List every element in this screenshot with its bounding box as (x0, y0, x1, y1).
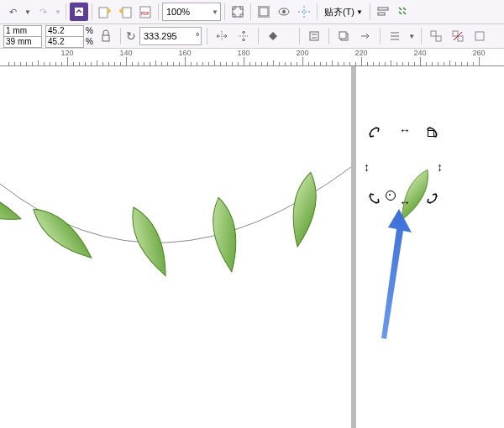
pdf-button[interactable]: PDF (136, 3, 155, 21)
snap-label: 贴齐(T) (324, 6, 354, 18)
rotation-combo[interactable]: ° (139, 27, 202, 45)
options-button[interactable] (374, 3, 392, 21)
svg-rect-12 (378, 8, 388, 10)
export-button[interactable] (116, 3, 134, 21)
height-input[interactable] (3, 36, 42, 48)
svg-rect-13 (378, 13, 385, 15)
rotation-pivot[interactable] (386, 191, 396, 201)
canvas[interactable]: ↔ ↔ ↕ ↕ (0, 66, 504, 428)
rotation-handle[interactable] (424, 191, 439, 206)
to-front-button[interactable] (334, 27, 353, 45)
separator (120, 28, 121, 44)
svg-rect-5 (233, 7, 243, 17)
ruler-label: 240 (413, 49, 426, 57)
redo-button[interactable]: ↷ (34, 3, 52, 21)
height-row (3, 37, 42, 47)
lock-ratio-button[interactable] (97, 27, 115, 45)
scale-y-input[interactable] (45, 36, 84, 48)
separator (317, 3, 318, 20)
svg-rect-25 (431, 31, 436, 36)
percent-label: % (86, 37, 93, 46)
dropdown-icon: ▼ (210, 8, 218, 16)
svg-rect-0 (75, 8, 83, 16)
separator (299, 28, 300, 44)
width-row (3, 26, 42, 36)
node-handle[interactable] (428, 130, 434, 137)
separator (258, 28, 259, 44)
svg-point-9 (282, 10, 286, 13)
annotation-arrow (370, 209, 420, 343)
degree-label: ° (196, 31, 199, 41)
rotation-handle[interactable] (367, 191, 382, 206)
mirror-h-button[interactable] (213, 27, 231, 45)
separator (370, 3, 370, 20)
rotation-selection-box: ↔ ↔ ↕ ↕ (374, 132, 433, 199)
zoom-input[interactable] (165, 6, 210, 18)
separator (421, 28, 422, 44)
rotation-handle[interactable] (367, 125, 382, 140)
ungroup-all-button[interactable] (470, 27, 489, 45)
guides-button[interactable] (295, 3, 313, 21)
skew-handle[interactable]: ↔ (399, 123, 411, 137)
ruler-label: 120 (60, 49, 73, 57)
ruler-label: 200 (296, 49, 308, 57)
separator (66, 3, 66, 20)
order-dropdown[interactable]: ▼ (407, 27, 416, 45)
dropdown-icon: ▼ (356, 8, 363, 16)
ruler-label: 140 (119, 49, 132, 57)
percent-label: % (86, 26, 93, 35)
separator (380, 28, 381, 44)
separator (158, 3, 159, 20)
undo-button[interactable]: ↶ (3, 3, 22, 21)
import-button[interactable] (96, 3, 114, 21)
fill-button[interactable] (264, 27, 282, 45)
separator (328, 28, 329, 44)
horizontal-ruler: 120140160180200220240260 (0, 49, 504, 66)
skew-handle[interactable]: ↔ (399, 196, 411, 209)
mirror-v-button[interactable] (234, 27, 253, 45)
svg-rect-17 (310, 32, 318, 40)
ruler-label: 180 (237, 49, 249, 57)
skew-handle[interactable]: ↕ (437, 160, 443, 174)
main-toolbar: ↶ ▼ ↷ ▼ PDF ▼ 贴齐(T) ▼ (0, 0, 504, 24)
rotate-icon: ↻ (126, 29, 136, 43)
rotation-input[interactable] (142, 30, 196, 42)
separator (92, 3, 92, 20)
frame-button[interactable] (255, 3, 273, 21)
svg-text:PDF: PDF (141, 11, 150, 16)
ungroup-button[interactable] (449, 27, 467, 45)
svg-rect-27 (453, 31, 458, 36)
width-input[interactable] (3, 25, 42, 37)
ruler-label: 220 (354, 49, 367, 57)
redo-dropdown[interactable]: ▼ (54, 3, 62, 21)
svg-rect-28 (458, 36, 463, 41)
separator (224, 3, 225, 20)
scale-x-input[interactable] (45, 25, 84, 37)
svg-rect-6 (260, 8, 268, 16)
skew-handle[interactable]: ↕ (364, 160, 370, 174)
svg-rect-30 (475, 32, 484, 40)
properties-toolbar: % % ↻ ° ▼ (0, 24, 504, 49)
snap-menu[interactable]: 贴齐(T) ▼ (321, 3, 366, 21)
preview-button[interactable] (275, 3, 293, 21)
group-button[interactable] (427, 27, 445, 45)
zoom-combo[interactable]: ▼ (162, 3, 221, 21)
ruler-label: 160 (178, 49, 191, 57)
separator (207, 28, 207, 44)
svg-rect-2 (123, 8, 131, 18)
svg-rect-26 (436, 36, 441, 41)
publish-button[interactable] (70, 3, 88, 21)
launch-button[interactable] (394, 3, 412, 21)
svg-rect-14 (102, 35, 109, 41)
order-button[interactable] (386, 27, 404, 45)
svg-rect-21 (339, 32, 346, 39)
wrap-button[interactable] (305, 27, 323, 45)
separator (250, 3, 251, 20)
svg-rect-1 (99, 8, 108, 18)
fullscreen-button[interactable] (228, 3, 247, 21)
arrow-right-icon[interactable] (356, 27, 375, 45)
ruler-label: 260 (472, 49, 485, 57)
undo-dropdown[interactable]: ▼ (24, 3, 32, 21)
